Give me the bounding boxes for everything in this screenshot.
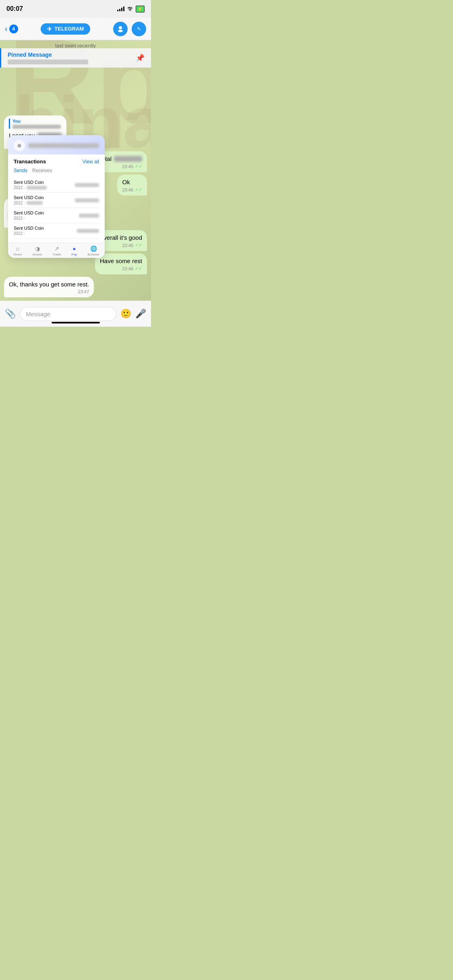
wnav-browser[interactable]: 🌐 Browser [88,245,99,256]
home-indicator [52,322,100,323]
telegram-brand-button[interactable]: ✈ TELEGRAM [41,23,90,35]
wnav-assets[interactable]: ◑ Assets [33,245,42,256]
signal-icon [117,6,124,11]
view-all-link[interactable]: View all [83,159,99,165]
tx-item-3: Sent USD Coin 2022 · [14,208,99,223]
message-text-3: Ok [122,179,130,185]
message-time-5: 23:46 [122,243,133,248]
message-ticks-2: ✓✓ [135,164,142,169]
message-text-5: Overall it's good [99,234,142,241]
browser-icon: 🌐 [90,245,97,252]
transactions-title: Transactions [14,159,46,165]
assets-icon: ◑ [35,245,40,252]
avatar[interactable] [113,22,128,36]
quoted-content-blur [12,125,61,129]
message-text-6: Have some rest [100,257,142,264]
pin-icon: 📌 [136,54,145,62]
tx-item-1: Sent USD Coin 2022 · [14,177,99,193]
battery-icon: ⚡ [136,6,145,12]
tx-item-4: Sent USD Coin 2022 · [14,223,99,239]
wnav-trade[interactable]: ↗ Trade [53,245,61,256]
message-time-7: 23:47 [78,289,89,294]
tx-amount-2 [75,198,99,202]
wnav-pay[interactable]: ● Pay [72,245,77,256]
status-bar: 00:07 ⚡ [0,0,151,18]
header-right: ✎ [113,22,146,36]
message-bubble-6: Have some rest 23:46 ✓✓ [95,253,147,274]
attach-button[interactable]: 📎 [5,309,16,319]
pay-icon: ● [72,245,76,252]
edit-avatar[interactable]: ✎ [132,22,146,36]
pinned-message[interactable]: Pinned Message 📌 [0,48,151,68]
status-time: 00:07 [6,5,23,12]
message-blur-2 [114,156,142,162]
message-ticks-6: ✓✓ [135,266,142,271]
svg-point-1 [118,30,123,32]
pinned-label: Pinned Message [8,51,88,58]
voice-button[interactable]: 🎤 [135,309,146,319]
message-input[interactable]: Message [20,307,116,321]
telegram-brand-label: TELEGRAM [54,26,84,32]
chat-status: last seen recently [55,43,96,49]
wifi-icon [127,6,133,12]
svg-point-0 [119,26,122,29]
message-row-7: Ok, thanks you get some rest. 23:47 [4,277,147,297]
quoted-message: You [9,119,62,129]
telegram-plane-icon: ✈ [47,26,52,32]
back-badge: 4 [9,25,18,33]
message-placeholder: Message [26,311,50,317]
wallet-card: ⊗ Transactions View all Sends Receives S… [8,135,105,258]
wallet-card-header: ⊗ [8,135,105,154]
transactions-header: Transactions View all [14,159,99,165]
message-text-7: Ok, thanks you get some rest. [9,281,89,288]
back-button[interactable]: ‹ 4 [5,24,18,33]
message-bubble-3: Ok 23:46 ✓✓ [117,175,147,196]
message-time-2: 23:45 [122,164,133,169]
wnav-home[interactable]: ⌂ Home [13,245,22,256]
wallet-header-blur [28,143,99,148]
wallet-icon: ⊗ [14,140,25,151]
pinned-content-blur [8,60,88,64]
emoji-button[interactable]: 🙂 [120,309,131,319]
back-chevron-icon: ‹ [5,24,8,33]
tx-tabs: Sends Receives [14,168,99,173]
tx-amount-1 [75,183,99,187]
trade-icon: ↗ [54,245,59,252]
message-time-6: 23:46 [122,266,133,271]
message-time-3: 23:46 [122,187,133,192]
wallet-body: Transactions View all Sends Receives Sen… [8,154,105,243]
receives-tab[interactable]: Receives [32,168,52,173]
message-ticks-3: ✓✓ [135,187,142,192]
message-ticks-5: ✓✓ [135,243,142,248]
sends-tab[interactable]: Sends [14,168,27,173]
telegram-header: ‹ 4 ✈ TELEGRAM ✎ [0,18,151,40]
message-bubble-7: Ok, thanks you get some rest. 23:47 [4,277,94,297]
tx-item-2: Sent USD Coin 2022 · [14,193,99,208]
wallet-nav: ⌂ Home ◑ Assets ↗ Trade ● Pay 🌐 Browser [8,243,105,258]
home-icon: ⌂ [16,245,19,252]
status-icons: ⚡ [117,6,145,12]
